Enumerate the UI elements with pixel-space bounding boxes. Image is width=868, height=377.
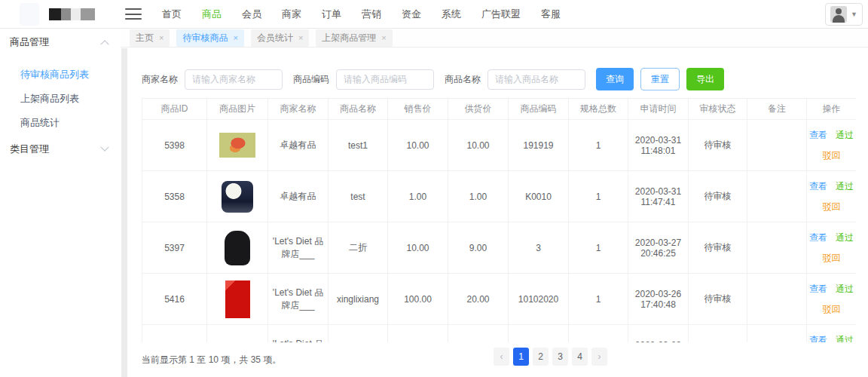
product-image <box>219 133 255 158</box>
top-nav: 首页商品会员商家订单营销资金系统广告联盟客服 <box>162 8 561 21</box>
field-input[interactable] <box>185 69 283 90</box>
sidebar-item-label: 上架商品列表 <box>20 93 79 104</box>
view-link[interactable]: 查看 <box>809 180 827 193</box>
cell-apply-time: 2020-03-31 11:48:01 <box>628 120 689 171</box>
sidebar-item[interactable]: 商品统计 <box>0 111 121 135</box>
view-link[interactable]: 查看 <box>809 129 827 142</box>
nav-item[interactable]: 首页 <box>162 8 182 21</box>
user-menu[interactable]: ▼ <box>825 3 863 26</box>
sidebar-group-label: 商品管理 <box>10 35 49 49</box>
product-image <box>225 231 250 265</box>
cell-actions: 查看 通过 驳回 <box>807 274 857 325</box>
approve-link[interactable]: 通过 <box>836 283 854 296</box>
field-label: 商品编码 <box>293 73 329 86</box>
cell-actions: 查看 通过 驳回 <box>807 222 857 274</box>
search-field: 商家名称 <box>142 69 283 90</box>
approve-link[interactable]: 通过 <box>836 334 854 343</box>
tab[interactable]: 主页 × <box>130 29 170 47</box>
nav-item[interactable]: 资金 <box>402 8 421 21</box>
cell-product-image <box>207 171 268 222</box>
column-header: 申请时间 <box>628 99 689 120</box>
table-footer: 当前显示第 1 至 10 项，共 35 项。 ‹ 1234 › <box>142 354 868 366</box>
column-header: 商品图片 <box>207 99 268 120</box>
approve-link[interactable]: 通过 <box>836 231 854 244</box>
sidebar-group-header[interactable]: 类目管理 <box>0 136 121 163</box>
tab-label: 主页 <box>136 32 154 44</box>
tab[interactable]: 上架商品管理 × <box>316 29 392 47</box>
cell-product-code: 10102020 <box>509 274 569 325</box>
column-header: 商品ID <box>142 99 207 120</box>
sidebar-item[interactable]: 待审核商品列表 <box>0 63 121 87</box>
page-button[interactable]: 3 <box>552 348 568 366</box>
search-field: 商品编码 <box>293 69 434 90</box>
reset-button[interactable]: 重置 <box>640 68 680 90</box>
cell-audit-status: 待审核 <box>689 274 747 325</box>
query-button[interactable]: 查询 <box>596 68 634 90</box>
close-icon[interactable]: × <box>233 34 237 42</box>
cell-product-code: 3 <box>509 222 569 274</box>
prev-page-button[interactable]: ‹ <box>494 348 509 366</box>
next-page-button[interactable]: › <box>591 348 607 366</box>
reject-link[interactable]: 驳回 <box>823 253 841 263</box>
column-header: 销售价 <box>388 99 448 120</box>
close-icon[interactable]: × <box>159 34 164 42</box>
nav-item[interactable]: 营销 <box>362 8 381 21</box>
cell-product-code <box>509 325 569 343</box>
cell-product-id: 5416 <box>142 274 207 325</box>
column-header: 规格总数 <box>569 99 628 120</box>
sidebar-group: 商品管理 待审核商品列表上架商品列表商品统计 <box>0 29 121 135</box>
chevron-icon <box>100 143 108 152</box>
cell-product-id: 5358 <box>142 171 207 222</box>
field-input[interactable] <box>336 69 434 90</box>
cell-product-image <box>207 222 268 274</box>
cell-product-id <box>142 325 207 343</box>
cell-spec-count: 1 <box>569 120 628 171</box>
reject-link[interactable]: 驳回 <box>823 150 841 161</box>
page-button[interactable]: 4 <box>572 348 588 366</box>
view-link[interactable]: 查看 <box>809 283 827 296</box>
nav-item[interactable]: 商家 <box>282 8 301 21</box>
sidebar-group-header[interactable]: 商品管理 <box>0 29 121 56</box>
cell-supply-price: 1.00 <box>448 171 509 222</box>
actions-row-2: 驳回 <box>811 149 852 162</box>
scrollbar-track[interactable] <box>121 48 127 377</box>
export-button[interactable]: 导出 <box>686 68 724 90</box>
cell-product-image <box>207 325 268 343</box>
main-content: 商家名称 商品编码 商品名称 查询 重置 导出 商品ID商品图片商家名称商品名称… <box>127 48 868 377</box>
chevron-down-icon: ▼ <box>851 11 857 18</box>
cell-apply-time: 2020-03-27 20:46:25 <box>628 222 689 274</box>
nav-item[interactable]: 商品 <box>202 8 222 21</box>
view-link[interactable]: 查看 <box>809 334 827 343</box>
page-button[interactable]: 2 <box>533 348 549 366</box>
cell-remark <box>747 171 807 222</box>
column-header: 商品编码 <box>509 99 569 120</box>
menu-toggle-icon[interactable] <box>125 8 142 20</box>
tab[interactable]: 待审核商品 × <box>176 29 243 47</box>
nav-item[interactable]: 系统 <box>442 8 461 21</box>
tab[interactable]: 会员统计 × <box>251 29 309 47</box>
reject-link[interactable]: 驳回 <box>823 201 841 212</box>
close-icon[interactable]: × <box>381 34 386 42</box>
reject-link[interactable]: 驳回 <box>823 304 841 314</box>
actions-row: 查看 通过 <box>811 334 852 343</box>
sidebar: 商品管理 待审核商品列表上架商品列表商品统计 类目管理 <box>0 29 121 377</box>
sidebar-item[interactable]: 上架商品列表 <box>0 87 121 111</box>
search-form: 商家名称 商品编码 商品名称 查询 重置 导出 <box>142 68 868 90</box>
view-link[interactable]: 查看 <box>809 231 827 244</box>
nav-item[interactable]: 广告联盟 <box>481 8 521 21</box>
nav-item[interactable]: 客服 <box>541 8 561 21</box>
nav-item[interactable]: 订单 <box>322 8 341 21</box>
cell-supply-price <box>448 325 509 343</box>
nav-item[interactable]: 会员 <box>242 8 261 21</box>
page-button[interactable]: 1 <box>513 348 529 366</box>
field-input[interactable] <box>487 69 585 90</box>
column-header: 审核状态 <box>689 99 747 120</box>
column-header: 备注 <box>747 99 807 120</box>
approve-link[interactable]: 通过 <box>836 180 854 193</box>
close-icon[interactable]: × <box>298 34 303 42</box>
tab-label: 待审核商品 <box>182 32 228 44</box>
approve-link[interactable]: 通过 <box>836 129 854 142</box>
cell-merchant-name: 卓越有品 <box>268 171 329 222</box>
cell-supply-price: 10.00 <box>448 120 509 171</box>
column-header: 商品名称 <box>329 99 388 120</box>
